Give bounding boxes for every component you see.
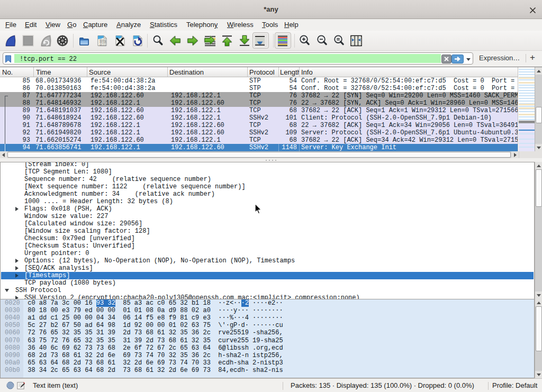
svg-text:0111: 0111 [100, 44, 106, 47]
